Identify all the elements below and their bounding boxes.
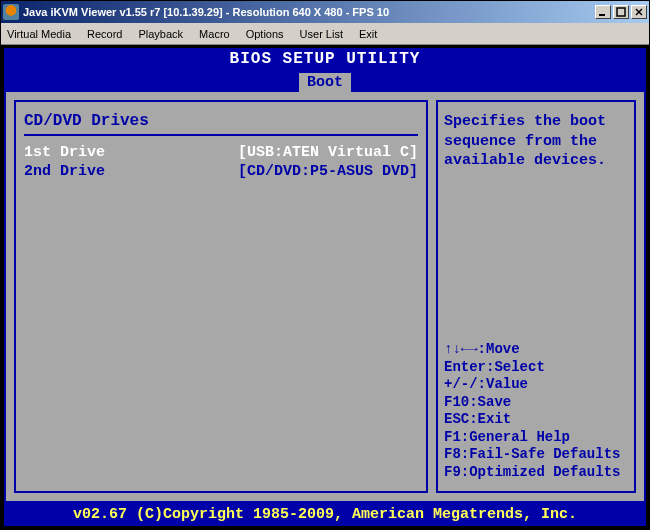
menu-macro[interactable]: Macro bbox=[199, 28, 230, 40]
key-exit: ESC:Exit bbox=[444, 411, 628, 429]
drive-row-1[interactable]: 1st Drive [USB:ATEN Virtual C] bbox=[24, 144, 418, 161]
key-hints: ↑↓←→:Move Enter:Select +/-/:Value F10:Sa… bbox=[444, 341, 628, 481]
menu-playback[interactable]: Playback bbox=[138, 28, 183, 40]
menu-exit[interactable]: Exit bbox=[359, 28, 377, 40]
help-text: Specifies the boot sequence from the ava… bbox=[444, 112, 628, 171]
svg-rect-0 bbox=[599, 14, 605, 16]
java-icon bbox=[3, 4, 19, 20]
bios-screen: BIOS SETUP UTILITY Boot CD/DVD Drives 1s… bbox=[1, 45, 649, 529]
key-move: ↑↓←→:Move bbox=[444, 341, 628, 359]
drive-1-label: 1st Drive bbox=[24, 144, 105, 161]
bios-footer: v02.67 (C)Copyright 1985-2009, American … bbox=[4, 503, 646, 526]
drive-row-2[interactable]: 2nd Drive [CD/DVD:P5-ASUS DVD] bbox=[24, 163, 418, 180]
menu-user-list[interactable]: User List bbox=[300, 28, 343, 40]
key-help: F1:General Help bbox=[444, 429, 628, 447]
svg-rect-1 bbox=[617, 8, 625, 16]
section-divider bbox=[24, 134, 418, 136]
close-button[interactable] bbox=[631, 5, 647, 19]
key-failsafe: F8:Fail-Safe Defaults bbox=[444, 446, 628, 464]
window-title: Java iKVM Viewer v1.55 r7 [10.1.39.29] -… bbox=[23, 6, 593, 18]
bios-main-panel: CD/DVD Drives 1st Drive [USB:ATEN Virtua… bbox=[14, 100, 428, 493]
tab-boot[interactable]: Boot bbox=[299, 73, 351, 92]
bios-body: CD/DVD Drives 1st Drive [USB:ATEN Virtua… bbox=[4, 92, 646, 503]
bios-help-panel: Specifies the boot sequence from the ava… bbox=[436, 100, 636, 493]
key-optimized: F9:Optimized Defaults bbox=[444, 464, 628, 482]
drive-2-value: [CD/DVD:P5-ASUS DVD] bbox=[238, 163, 418, 180]
key-save: F10:Save bbox=[444, 394, 628, 412]
bios-title: BIOS SETUP UTILITY bbox=[4, 48, 646, 70]
drive-1-value: [USB:ATEN Virtual C] bbox=[238, 144, 418, 161]
key-value: +/-/:Value bbox=[444, 376, 628, 394]
minimize-button[interactable] bbox=[595, 5, 611, 19]
drive-2-label: 2nd Drive bbox=[24, 163, 105, 180]
menu-record[interactable]: Record bbox=[87, 28, 122, 40]
app-window: Java iKVM Viewer v1.55 r7 [10.1.39.29] -… bbox=[0, 0, 650, 530]
menubar: Virtual Media Record Playback Macro Opti… bbox=[1, 23, 649, 45]
menu-options[interactable]: Options bbox=[246, 28, 284, 40]
titlebar: Java iKVM Viewer v1.55 r7 [10.1.39.29] -… bbox=[1, 1, 649, 23]
menu-virtual-media[interactable]: Virtual Media bbox=[7, 28, 71, 40]
window-controls bbox=[593, 5, 647, 19]
key-select: Enter:Select bbox=[444, 359, 628, 377]
section-title: CD/DVD Drives bbox=[24, 112, 418, 130]
bios-tabs: Boot bbox=[4, 70, 646, 92]
maximize-button[interactable] bbox=[613, 5, 629, 19]
